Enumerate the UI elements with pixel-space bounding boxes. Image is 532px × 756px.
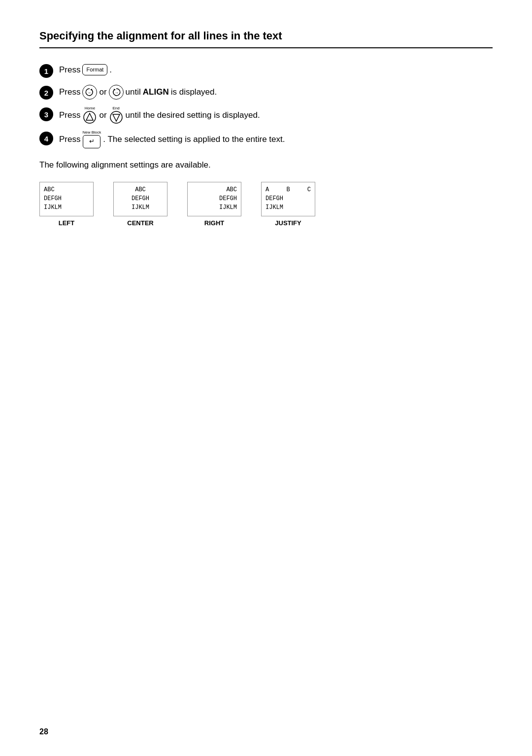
step-1-text: Press Format . bbox=[59, 63, 112, 76]
align-box-justify: ABC DEFGH IJKLM JUSTIFY bbox=[261, 182, 315, 227]
step-3: 3 Press Home or End until the desired s bbox=[39, 106, 493, 124]
page-title: Specifying the alignment for all lines i… bbox=[39, 30, 493, 48]
step4-rest-label: . The selected setting is applied to the… bbox=[103, 133, 285, 146]
step-number-4: 4 bbox=[39, 132, 53, 145]
circle-left-arrow-key: ← bbox=[82, 85, 97, 100]
step-2-text: Press ← or → until ALIGN is displayed. bbox=[59, 85, 217, 100]
format-key: Format bbox=[82, 64, 107, 76]
step-1: 1 Press Format . bbox=[39, 63, 493, 78]
step-number-1: 1 bbox=[39, 64, 53, 78]
following-alignment-text: The following alignment settings are ava… bbox=[39, 160, 493, 170]
step-number-3: 3 bbox=[39, 107, 53, 121]
align-label-center: CENTER bbox=[113, 219, 167, 227]
step1-press-label: Press bbox=[59, 63, 80, 76]
align-box-center: ABCDEFGHIJKLM CENTER bbox=[113, 182, 167, 227]
new-block-enter-key: New Block ↵ bbox=[82, 131, 101, 148]
alignment-examples: ABCDEFGHIJKLM LEFT ABCDEFGHIJKLM CENTER … bbox=[39, 182, 493, 227]
step2-or-label: or bbox=[99, 85, 106, 99]
align-label-left: LEFT bbox=[39, 219, 94, 227]
step2-align-label: ALIGN bbox=[143, 85, 169, 99]
align-preview-justify: ABC DEFGH IJKLM bbox=[261, 182, 315, 216]
home-key: Home bbox=[82, 106, 97, 124]
steps-container: 1 Press Format . 2 Press ← or bbox=[39, 63, 493, 148]
end-key: End bbox=[109, 106, 124, 124]
step-2: 2 Press ← or → until ALIGN is display bbox=[39, 85, 493, 100]
circle-right-arrow-key: → bbox=[109, 85, 124, 100]
svg-marker-7 bbox=[113, 114, 120, 121]
step4-press-label: Press bbox=[59, 133, 80, 146]
enter-key-symbol: ↵ bbox=[83, 135, 100, 148]
step1-period: . bbox=[109, 63, 112, 76]
step-number-2: 2 bbox=[39, 86, 53, 100]
step-4-text: Press New Block ↵ . The selected setting… bbox=[59, 131, 285, 148]
end-key-label: End bbox=[112, 106, 119, 110]
step-4: 4 Press New Block ↵ . The selected setti… bbox=[39, 131, 493, 148]
align-box-right: ABCDEFGHIJKLM RIGHT bbox=[187, 182, 241, 227]
home-key-label: Home bbox=[85, 106, 95, 110]
step2-displayed-label: is displayed. bbox=[171, 85, 217, 99]
svg-text:←: ← bbox=[88, 90, 92, 95]
step-3-text: Press Home or End until the desired sett… bbox=[59, 106, 260, 124]
step3-press-label: Press bbox=[59, 108, 80, 122]
svg-text:→: → bbox=[114, 90, 119, 95]
align-box-left: ABCDEFGHIJKLM LEFT bbox=[39, 182, 94, 227]
align-label-justify: JUSTIFY bbox=[261, 219, 315, 227]
align-preview-left: ABCDEFGHIJKLM bbox=[39, 182, 94, 216]
svg-marker-5 bbox=[86, 113, 93, 120]
align-preview-center: ABCDEFGHIJKLM bbox=[113, 182, 167, 216]
step2-press-label: Press bbox=[59, 85, 80, 99]
align-label-right: RIGHT bbox=[187, 219, 241, 227]
page-number: 28 bbox=[39, 727, 48, 736]
step2-until-label: until bbox=[126, 85, 141, 99]
new-block-key-label: New Block bbox=[82, 131, 101, 135]
step3-or-label: or bbox=[99, 108, 106, 122]
step3-rest-label: until the desired setting is displayed. bbox=[126, 108, 260, 122]
align-preview-right: ABCDEFGHIJKLM bbox=[187, 182, 241, 216]
